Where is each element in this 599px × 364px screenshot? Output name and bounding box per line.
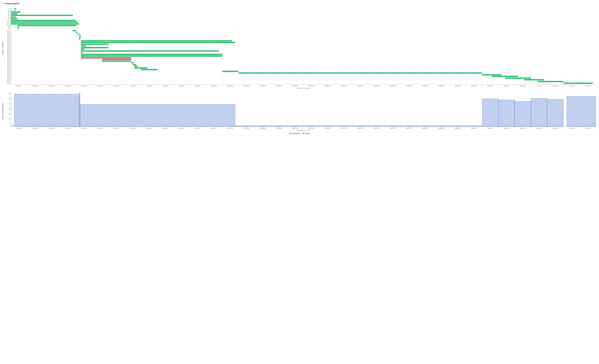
gantt-bar[interactable] [78,34,79,35]
gantt-row-label: 29_0 [5,70,10,72]
legend-item-failed: Failed [303,133,309,134]
gantt-bar[interactable] [524,79,544,80]
gantt-bar[interactable] [222,71,238,72]
concurrency-bar[interactable] [531,98,547,126]
gantt-bar[interactable] [81,40,232,42]
x-tick: 09:00 PM [336,127,352,129]
concurrency-bar[interactable] [235,125,482,126]
gantt-bar[interactable] [564,83,593,84]
gantt-bar[interactable] [11,13,18,14]
concurrency-bar[interactable] [482,99,499,126]
panel-header[interactable]: Stage progress [1,1,598,6]
x-tick: 07:55 PM [124,127,141,129]
concurrency-bar[interactable] [499,100,515,127]
gantt-bar[interactable] [81,57,131,59]
gantt-row-label: 19_0 [5,38,10,40]
y-tick: 25 [7,113,10,115]
gantt-row-label: 58_0 [5,82,10,84]
gantt-bar[interactable] [141,69,157,70]
gantt-row-label: 57_0 [5,81,10,83]
gantt-plot-area: 1_02_06_05_09_03_04_012_014_016_010_08_0… [11,8,596,85]
gantt-row-label: 9_0 [5,15,10,16]
concurrency-bar[interactable] [14,94,79,126]
gantt-bar[interactable] [18,27,19,28]
gantt-bar[interactable] [81,54,222,55]
gantt-row: 19_0 [11,38,596,40]
gantt-bar[interactable] [81,50,219,52]
collapse-caret-icon[interactable] [3,3,4,4]
gantt-bar[interactable] [79,35,81,36]
gantt-bar[interactable] [134,66,138,67]
gantt-bar[interactable] [11,20,76,21]
gantt-bar[interactable] [18,28,18,30]
gantt-row: 16_0 [11,23,596,25]
gantt-bar[interactable] [81,45,86,46]
gantt-row-label: 1_0 [5,8,10,9]
gantt-row-label: 27_0 [5,57,10,59]
gantt-row: 26_1 [11,69,596,70]
concurrency-y-axis-label: TASK CONCURRENCY [1,91,4,131]
gantt-bar[interactable] [81,49,84,50]
gantt-bar[interactable] [131,62,134,63]
legend-label-failed: Failed [305,133,309,134]
gantt-row-label: 31_0 [5,54,10,55]
gantt-bar[interactable] [81,55,222,57]
gantt-bar[interactable] [11,17,16,18]
gantt-row-label: 25_0 [5,61,10,62]
gantt-bar[interactable] [11,23,79,25]
gantt-bar[interactable] [11,15,73,16]
x-tick: 09:05 PM [352,85,369,87]
gantt-row: 2_0 [11,9,596,11]
gantt-bar[interactable] [102,59,131,60]
gantt-bar[interactable] [11,11,21,13]
gantt-row-label: 37_0 [5,77,10,79]
concurrency-x-axis: 07:20 PM07:25 PM07:30 PM07:35 PM07:40 PM… [11,127,596,129]
x-tick: 09:05 PM [352,127,369,129]
concurrency-chart-wrap: TASK CONCURRENCY 5152535455565 07:20 PM0… [1,90,598,131]
gantt-y-axis-label: STAGE_ATTEMPT [1,8,4,89]
concurrency-bar[interactable] [567,96,596,127]
gantt-bar[interactable] [11,21,78,23]
x-tick: 10:15 PM [580,85,596,87]
concurrency-bar[interactable] [515,101,531,126]
gantt-bar[interactable] [14,8,16,9]
gantt-bar[interactable] [505,78,531,79]
gantt-bar[interactable] [14,10,15,11]
gantt-bar[interactable] [134,67,147,69]
concurrency-bar[interactable] [547,99,564,127]
gantt-bar[interactable] [537,81,564,82]
gantt-row-label: 14_0 [5,21,10,23]
gantt-bar[interactable] [81,47,109,48]
gantt-bar[interactable] [81,42,235,43]
x-tick: 08:15 PM [190,127,206,129]
x-tick: 08:00 PM [141,85,157,87]
x-tick: 07:40 PM [76,85,92,87]
gantt-bar[interactable] [133,64,136,65]
y-tick: 65 [7,93,10,95]
gantt-bar[interactable] [79,37,81,38]
concurrency-bar[interactable] [80,104,235,127]
x-tick: 10:05 PM [547,127,564,129]
gantt-row: 17_0 [11,35,596,37]
gantt-bar[interactable] [81,43,109,45]
gantt-bar[interactable] [482,74,502,75]
gantt-bar[interactable] [79,38,80,40]
gantt-bar[interactable] [11,18,18,19]
gantt-bar[interactable] [18,25,76,26]
x-tick: 07:35 PM [60,85,76,87]
gantt-row-label: 32_0 [5,72,10,74]
gantt-bar[interactable] [81,52,83,53]
gantt-bar[interactable] [73,30,76,31]
gantt-row-label: 24_0 [5,43,10,45]
gantt-bar[interactable] [492,76,518,77]
x-tick: 07:30 PM [43,127,60,129]
x-tick: 09:25 PM [417,127,433,129]
gantt-row: 30_0 [11,55,596,57]
gantt-bar[interactable] [102,61,131,62]
gantt-bar[interactable] [238,72,482,74]
gantt-x-axis-date: September 23, 2019 [11,87,596,89]
x-tick: 08:55 PM [320,127,336,129]
gantt-bar[interactable] [76,32,78,33]
x-tick: 09:45 PM [482,85,499,87]
gantt-row: 13_0 [11,32,596,33]
